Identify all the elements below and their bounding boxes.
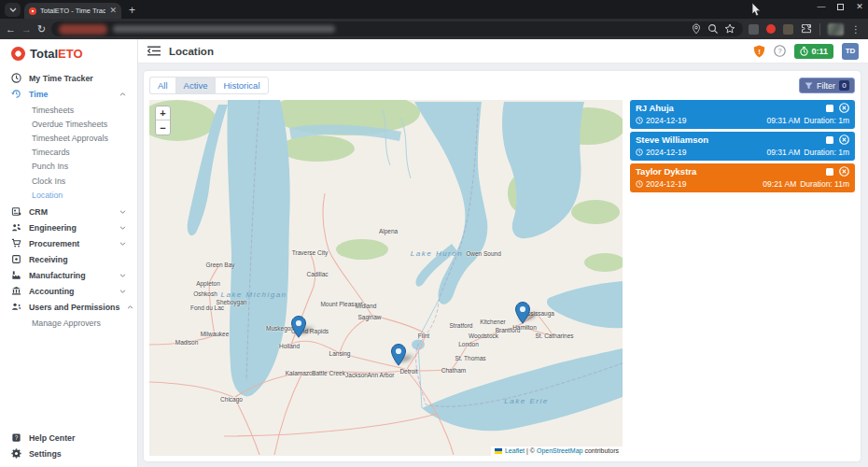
sidebar-item-punch-ins[interactable]: Punch Ins	[32, 160, 137, 174]
bookmark-star-icon[interactable]	[724, 23, 735, 35]
close-circle-icon[interactable]	[839, 134, 849, 145]
close-circle-icon[interactable]	[839, 166, 849, 177]
card-date: 2024-12-19	[646, 179, 760, 189]
filter-count-badge: 0	[839, 80, 849, 91]
card-time: 09:31 AM	[766, 148, 800, 157]
content-body: + − Leaflet | © OpenStreetMap contributo…	[149, 100, 855, 456]
zoom-level-icon[interactable]	[707, 23, 719, 35]
sidebar-item-engineering[interactable]: Engineering	[0, 219, 137, 235]
svg-text:?: ?	[15, 434, 19, 441]
main-area: Location ! ? 0:11 TD All Active Historic…	[138, 39, 868, 467]
card-duration: Duration: 1m	[804, 116, 849, 125]
extensions-puzzle-icon[interactable]	[801, 23, 812, 35]
mouse-cursor	[751, 3, 762, 18]
sidebar-item-timecards[interactable]: Timecards	[32, 146, 137, 160]
zoom-out-button[interactable]: −	[156, 120, 170, 134]
sidebar-item-overdue-timesheets[interactable]: Overdue Timesheets	[32, 117, 137, 131]
tab-active[interactable]: Active	[175, 77, 216, 94]
sidebar-item-timesheets[interactable]: Timesheets	[32, 103, 137, 117]
browser-tab[interactable]: TotalETO - Time Tracking Geol... ✕	[24, 3, 121, 19]
sidebar-item-settings[interactable]: Settings	[0, 446, 137, 461]
card-time: 09:31 AM	[766, 116, 800, 125]
sidebar-item-help-center[interactable]: ? Help Center	[0, 430, 137, 446]
map-pin-icon	[391, 344, 406, 366]
osm-link[interactable]: OpenStreetMap	[537, 447, 582, 454]
svg-text:!: !	[759, 47, 762, 55]
tabs-row: All Active Historical Filter 0	[149, 77, 855, 94]
filter-button[interactable]: Filter 0	[799, 78, 855, 93]
sidebar-item-receiving[interactable]: Receiving	[0, 251, 137, 267]
sidebar-item-clock-ins[interactable]: Clock Ins	[32, 174, 137, 188]
tab-search-button[interactable]	[5, 3, 21, 17]
browser-menu-button[interactable]: ⋮	[851, 24, 861, 35]
extension-icon[interactable]	[783, 24, 793, 35]
menu-fold-icon[interactable]	[147, 46, 161, 56]
clock-icon	[636, 180, 643, 188]
sidebar-item-label: Time	[29, 90, 112, 99]
alert-shield-icon[interactable]: !	[753, 45, 765, 58]
location-panel: All Active Historical Filter 0	[144, 71, 861, 461]
view-tabs: All Active Historical	[149, 77, 269, 94]
browser-tab-strip: TotalETO - Time Tracking Geol... ✕ + — ✕	[0, 0, 868, 19]
reload-button[interactable]: ↻	[37, 24, 46, 35]
sidebar-item-label: Help Center	[29, 433, 126, 443]
app-logo[interactable]: TotalETO	[0, 39, 137, 66]
location-permission-icon[interactable]	[691, 23, 702, 35]
recording-indicator-icon[interactable]	[766, 24, 776, 34]
profile-avatar[interactable]	[828, 23, 844, 35]
gear-icon	[11, 448, 21, 459]
sidebar-item-manage-approvers[interactable]: Manage Approvers	[32, 316, 137, 330]
close-window-button[interactable]: ✕	[855, 2, 864, 11]
time-submenu: Timesheets Overdue Timesheets Timesheet …	[0, 102, 137, 204]
sidebar-item-users-and-permissions[interactable]: Users and Permissions	[0, 299, 137, 315]
forward-button[interactable]: →	[21, 24, 32, 35]
clock-in-timer-button[interactable]: 0:11	[794, 44, 833, 59]
minimize-button[interactable]: —	[817, 2, 826, 11]
sidebar-item-label: Users and Permissions	[29, 303, 119, 312]
new-tab-button[interactable]: +	[129, 5, 135, 16]
extension-icon[interactable]	[749, 24, 759, 35]
zoom-in-button[interactable]: +	[156, 106, 170, 120]
chevron-down-icon	[119, 274, 126, 277]
tab-historical[interactable]: Historical	[215, 77, 268, 94]
stop-icon[interactable]	[826, 105, 833, 112]
chevron-down-icon	[119, 226, 126, 230]
back-button[interactable]: ←	[6, 24, 16, 35]
security-chip-redacted	[59, 24, 107, 35]
maximize-button[interactable]	[837, 4, 844, 10]
marker-holland-mi[interactable]	[291, 316, 306, 338]
history-icon	[11, 89, 21, 99]
sidebar-footer: ? Help Center Settings	[0, 430, 137, 461]
sidebar-item-procurement[interactable]: Procurement	[0, 235, 137, 251]
help-circle-icon[interactable]: ?	[774, 45, 786, 57]
tracker-card: RJ Ahuja 2024-12-19 09:31 AMDuration: 1m	[630, 100, 855, 129]
address-bar[interactable]	[51, 21, 743, 36]
site-favicon	[29, 7, 36, 15]
sidebar-item-my-time-tracker[interactable]: My Time Tracker	[0, 70, 137, 86]
stop-icon[interactable]	[826, 168, 833, 176]
browser-toolbar: ← → ↻ ⋮	[0, 19, 868, 39]
marker-detroit-mi[interactable]	[391, 344, 406, 366]
leaflet-link[interactable]: Leaflet	[505, 447, 525, 454]
help-square-icon: ?	[11, 432, 21, 443]
close-circle-icon[interactable]	[839, 103, 849, 113]
sidebar-item-crm[interactable]: CRM	[0, 204, 137, 219]
tab-close-icon[interactable]: ✕	[109, 7, 117, 15]
map-canvas[interactable]: + − Leaflet | © OpenStreetMap contributo…	[149, 100, 623, 456]
sidebar-item-timesheet-approvals[interactable]: Timesheet Approvals	[32, 131, 137, 145]
crm-icon	[11, 206, 21, 217]
chevron-down-icon	[9, 7, 17, 12]
card-date: 2024-12-19	[646, 116, 763, 125]
stop-icon[interactable]	[826, 136, 833, 144]
marker-hamilton-on[interactable]	[515, 302, 530, 324]
attribution-suffix: contributors	[584, 447, 619, 454]
chevron-up-icon	[119, 92, 126, 96]
sidebar-item-time[interactable]: Time	[0, 86, 137, 102]
sidebar-item-location[interactable]: Location	[32, 188, 137, 202]
sidebar-item-accounting[interactable]: Accounting	[0, 283, 137, 299]
manufacturing-icon	[11, 270, 21, 280]
clock-icon	[636, 149, 643, 156]
tab-all[interactable]: All	[149, 77, 175, 94]
sidebar-item-manufacturing[interactable]: Manufacturing	[0, 267, 137, 283]
user-avatar[interactable]: TD	[842, 43, 859, 60]
